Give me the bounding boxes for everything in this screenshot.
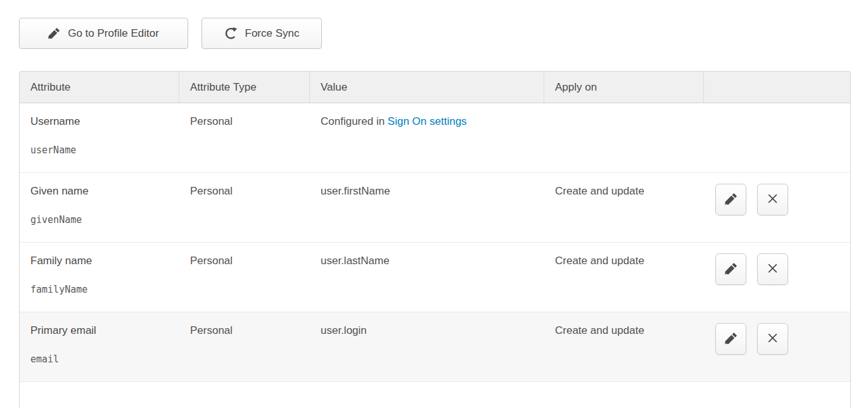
- value-cell: user.lastName: [310, 243, 544, 312]
- attribute-cell: Given name givenName: [20, 173, 179, 242]
- attribute-variable-name: userName: [30, 144, 169, 156]
- force-sync-button[interactable]: Force Sync: [201, 18, 322, 49]
- attribute-variable-name: givenName: [30, 214, 169, 226]
- column-header-attribute-type: Attribute Type: [179, 72, 310, 103]
- go-to-profile-editor-label: Go to Profile Editor: [68, 27, 159, 40]
- apply-on-text: Create and update: [544, 312, 704, 381]
- apply-on-text: [544, 103, 704, 172]
- force-sync-label: Force Sync: [245, 27, 300, 40]
- edit-attribute-button[interactable]: [715, 323, 746, 355]
- value-cell: user.login: [310, 312, 544, 381]
- value-expression: user.login: [321, 324, 367, 336]
- attribute-label: Family name: [30, 255, 169, 267]
- attribute-label: Primary email: [30, 324, 169, 337]
- row-actions: [704, 173, 850, 242]
- empty-table-row: [20, 382, 850, 408]
- attribute-type: Personal: [179, 173, 310, 242]
- x-icon: [767, 193, 778, 206]
- attribute-mappings-table: Attribute Attribute Type Value Apply on …: [19, 71, 851, 408]
- table-row: Username userName Personal Configured in…: [20, 103, 850, 173]
- attribute-variable-name: email: [30, 354, 169, 365]
- pencil-icon: [725, 193, 737, 207]
- column-header-value: Value: [310, 72, 544, 103]
- attribute-type: Personal: [179, 312, 310, 381]
- attribute-type: Personal: [179, 103, 310, 172]
- toolbar: Go to Profile Editor Force Sync: [19, 18, 322, 49]
- edit-attribute-button[interactable]: [715, 184, 746, 215]
- row-actions: [704, 312, 850, 381]
- delete-attribute-button[interactable]: [757, 323, 788, 355]
- value-cell: Configured in Sign On settings: [310, 103, 544, 172]
- refresh-icon: [224, 27, 238, 40]
- table-row: Primary email email Personal user.login …: [20, 312, 850, 382]
- table-body: Username userName Personal Configured in…: [20, 103, 850, 382]
- attribute-type: Personal: [179, 243, 310, 312]
- sign-on-settings-link[interactable]: Sign On settings: [388, 115, 467, 127]
- apply-on-text: Create and update: [544, 243, 704, 312]
- apply-on-text: Create and update: [544, 173, 704, 242]
- x-icon: [767, 263, 778, 276]
- attribute-cell: Primary email email: [20, 312, 179, 381]
- attribute-cell: Family name familyName: [20, 243, 179, 312]
- value-prefix-text: Configured in: [321, 115, 388, 127]
- pencil-icon: [725, 262, 737, 277]
- x-icon: [767, 333, 778, 345]
- pencil-icon: [725, 332, 737, 347]
- edit-attribute-button[interactable]: [715, 253, 746, 285]
- table-header-row: Attribute Attribute Type Value Apply on: [20, 72, 850, 103]
- value-expression: user.lastName: [321, 255, 390, 267]
- attribute-cell: Username userName: [20, 103, 179, 172]
- delete-attribute-button[interactable]: [757, 184, 788, 215]
- go-to-profile-editor-button[interactable]: Go to Profile Editor: [19, 18, 188, 49]
- column-header-apply-on: Apply on: [544, 72, 704, 103]
- value-cell: user.firstName: [310, 173, 544, 242]
- attribute-label: Given name: [30, 185, 169, 198]
- pencil-icon: [48, 27, 60, 39]
- attribute-label: Username: [30, 115, 169, 128]
- column-header-actions: [704, 72, 850, 103]
- attribute-variable-name: familyName: [30, 284, 169, 295]
- column-header-attribute: Attribute: [20, 72, 179, 103]
- table-row: Given name givenName Personal user.first…: [20, 173, 850, 243]
- value-expression: user.firstName: [321, 185, 390, 197]
- delete-attribute-button[interactable]: [757, 253, 788, 285]
- row-actions: [704, 243, 850, 312]
- table-row: Family name familyName Personal user.las…: [20, 243, 850, 312]
